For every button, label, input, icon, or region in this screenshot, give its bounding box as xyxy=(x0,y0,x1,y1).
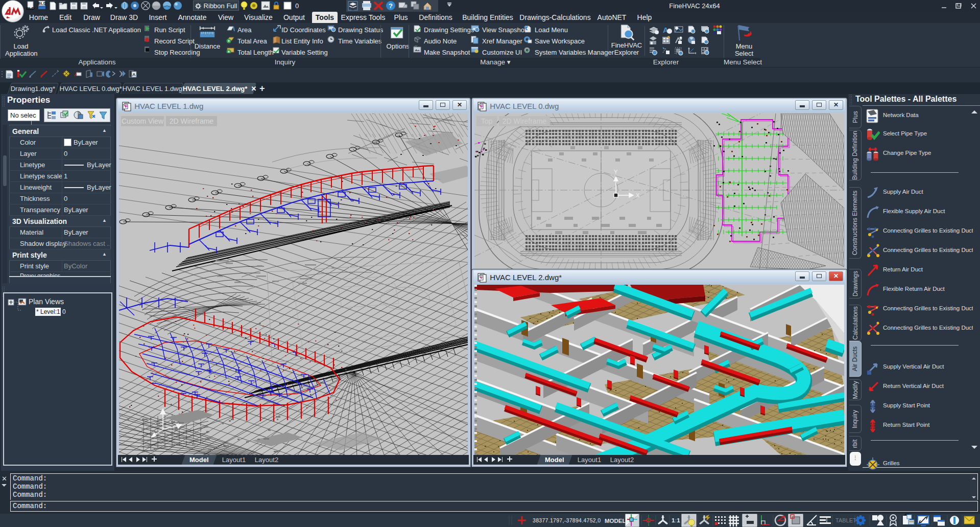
svg-text:* Level:1: * Level:1 xyxy=(36,308,60,315)
svg-text:Plan Views: Plan Views xyxy=(29,297,64,306)
svg-text:BLD: BLD xyxy=(26,6,35,11)
svg-text:F: F xyxy=(481,276,483,280)
svg-text:0: 0 xyxy=(295,2,299,10)
svg-text:0: 0 xyxy=(62,308,66,315)
svg-text:BLD: BLD xyxy=(38,1,46,6)
svg-text:TABLET: TABLET xyxy=(835,517,856,523)
svg-text:X: X xyxy=(636,192,640,198)
svg-text:F: F xyxy=(481,104,483,109)
svg-text:Y: Y xyxy=(614,169,618,175)
svg-text:1:1: 1:1 xyxy=(672,517,680,523)
svg-text:?: ? xyxy=(389,2,393,10)
svg-text:F: F xyxy=(125,104,128,109)
svg-text:38377.1797,-37894.4752,0: 38377.1797,-37894.4752,0 xyxy=(533,517,601,523)
svg-text:A: A xyxy=(132,72,136,77)
svg-text:MODEL: MODEL xyxy=(605,518,626,524)
